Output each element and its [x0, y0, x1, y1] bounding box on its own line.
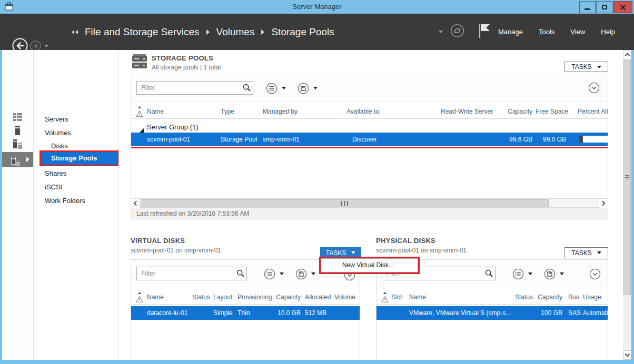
pdisk-usage: Automatic [583, 306, 608, 320]
save-query-caret-icon[interactable] [313, 87, 318, 89]
annotation-box-new-virtual-disk: New Virtual Disk... [319, 257, 420, 274]
column-header-available-to[interactable]: Available to [346, 104, 379, 119]
filter-criteria-caret-icon[interactable] [280, 272, 284, 275]
column-header-slot[interactable]: Slot [391, 290, 402, 305]
horizontal-scroll-thumb[interactable] [141, 199, 549, 207]
breadcrumb: File and Storage Services Volumes Storag… [72, 14, 334, 50]
column-header-type[interactable]: Type [221, 104, 234, 119]
breadcrumb-root[interactable]: File and Storage Services [85, 26, 200, 38]
breadcrumb-volumes[interactable]: Volumes [216, 26, 255, 38]
scroll-right-button[interactable] [599, 199, 608, 208]
sort-warning-icon[interactable] [381, 291, 389, 306]
column-header-provisioning[interactable]: Provisioning [237, 290, 272, 305]
refresh-button[interactable] [450, 24, 464, 40]
vertical-scroll-thumb[interactable] [623, 60, 631, 295]
pane-divider [118, 50, 119, 360]
column-header-capacity[interactable]: Capacity [272, 290, 301, 305]
sort-warning-icon[interactable] [135, 291, 144, 306]
chevron-left-icon [134, 201, 139, 206]
percent-allocated-bar [579, 136, 608, 143]
minimize-button[interactable] [579, 1, 596, 13]
column-header-usage[interactable]: Usage [583, 290, 601, 305]
save-query-button[interactable] [544, 268, 556, 282]
virtual-disks-filter-input[interactable] [136, 267, 247, 280]
column-header-bus[interactable]: Bus [568, 290, 579, 305]
virtual-disks-title: VIRTUAL DISKS [131, 237, 185, 245]
percent-allocated-fill [579, 136, 583, 143]
tasks-caret-icon [597, 66, 601, 68]
server-group-row[interactable]: Server Group (1) [131, 121, 608, 133]
close-button[interactable] [613, 1, 632, 13]
crumb-dropdown-caret-icon[interactable] [439, 31, 443, 33]
physical-disks-tasks-button[interactable]: TASKS [564, 247, 608, 258]
storage-pools-toolbar [131, 74, 608, 102]
filter-criteria-caret-icon[interactable] [528, 272, 532, 275]
notifications-flag-button[interactable] [478, 23, 491, 41]
save-query-button[interactable] [298, 83, 309, 96]
vdisk-provisioning: Thin [237, 306, 250, 320]
virtual-disk-row[interactable]: datacore-lu-01 Simple Thin 10.0 GB 512 M… [131, 306, 360, 320]
sidebar-item-volumes[interactable]: Volumes [34, 126, 118, 140]
save-query-button[interactable] [295, 268, 307, 282]
collapse-panel-chevron-button[interactable] [588, 82, 600, 96]
filter-criteria-button[interactable] [266, 83, 278, 96]
column-header-name[interactable]: Name [409, 290, 426, 305]
toolbar-divider [471, 26, 471, 38]
sidebar-item-all-servers[interactable] [2, 138, 33, 152]
filter-criteria-button[interactable] [264, 268, 275, 282]
column-header-layout[interactable]: Layout [213, 290, 232, 305]
sidebar-item-dashboard[interactable] [2, 111, 33, 125]
column-header-status[interactable]: Status [192, 290, 210, 305]
save-query-caret-icon[interactable] [311, 272, 315, 275]
history-dropdown-caret-icon[interactable] [44, 45, 48, 47]
column-header-managed-by[interactable]: Managed by [263, 104, 298, 119]
navbar-menu: Manage Tools View Help [498, 28, 615, 36]
menu-tools[interactable]: Tools [539, 28, 554, 36]
physical-disks-subtitle: scvmm-pool-01 on smp-vmm-01 [376, 247, 467, 254]
menu-help[interactable]: Help [601, 28, 615, 36]
sidebar-item-servers[interactable]: Servers [34, 113, 118, 126]
vertical-scrollbar[interactable] [623, 50, 631, 360]
filter-criteria-caret-icon[interactable] [282, 87, 286, 89]
sort-warning-icon[interactable] [135, 106, 144, 120]
vdisk-allocated: 512 MB [305, 306, 326, 320]
column-header-capacity[interactable]: Capacity [484, 104, 532, 119]
vdisk-name: datacore-lu-01 [147, 306, 187, 320]
navigation-bar: File and Storage Services Volumes Storag… [0, 14, 634, 50]
save-query-caret-icon[interactable] [560, 272, 564, 275]
breadcrumb-storage-pools[interactable]: Storage Pools [271, 26, 334, 38]
breadcrumb-collapse-icon[interactable] [72, 30, 78, 34]
column-header-status[interactable]: Status [515, 290, 533, 305]
maximize-icon [602, 5, 607, 9]
column-header-volume[interactable]: Volume [334, 290, 355, 305]
sidebar-item-iscsi[interactable]: iSCSI [34, 180, 118, 194]
pool-name: scvmm-pool-01 [147, 133, 190, 146]
sidebar-item-file-storage-selected[interactable] [2, 152, 33, 167]
menu-manage[interactable]: Manage [498, 28, 523, 36]
sidebar-item-storage-pools[interactable]: Storage Pools [41, 152, 117, 165]
storage-pool-row[interactable]: scvmm-pool-01 Storage Pool smp-vmm-01 Di… [131, 133, 608, 146]
scroll-left-button[interactable] [131, 199, 140, 208]
column-header-name[interactable]: Name [147, 290, 164, 305]
sidebar-item-local-server[interactable] [2, 125, 33, 138]
column-header-name[interactable]: Name [147, 104, 164, 119]
menu-item-new-virtual-disk[interactable]: New Virtual Disk... [342, 259, 394, 272]
scroll-up-button[interactable] [623, 50, 631, 59]
column-header-allocated[interactable]: Allocated [305, 290, 331, 305]
storage-pools-filter-input[interactable] [136, 81, 253, 95]
column-header-percent-allocated[interactable]: Percent Allocated [578, 104, 608, 119]
menu-view[interactable]: View [570, 28, 585, 36]
column-header-free-space[interactable]: Free Space [536, 104, 568, 119]
storage-pools-tasks-button[interactable]: TASKS [564, 62, 608, 72]
filter-criteria-button[interactable] [512, 268, 524, 282]
annotation-box-storage-pools: Storage Pools [39, 150, 118, 166]
maximize-button[interactable] [596, 1, 612, 13]
scroll-down-button[interactable] [623, 350, 631, 360]
sidebar-item-shares[interactable]: Shares [34, 167, 118, 180]
physical-disk-row[interactable]: VMware, VMware Virtual S (smp-s... 100 G… [377, 306, 608, 320]
column-header-capacity[interactable]: Capacity [532, 290, 562, 305]
horizontal-scrollbar[interactable] [131, 198, 608, 208]
sidebar-item-work-folders[interactable]: Work Folders [34, 194, 118, 208]
collapse-panel-chevron-button[interactable] [589, 268, 601, 282]
vdisk-layout: Simple [213, 306, 233, 320]
